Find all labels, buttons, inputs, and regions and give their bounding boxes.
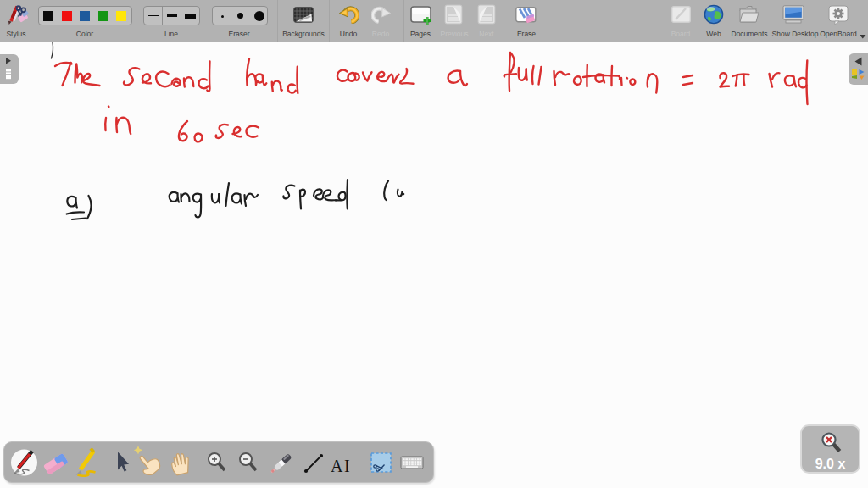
svg-text:A: A xyxy=(331,457,343,475)
svg-text:I: I xyxy=(344,457,350,475)
